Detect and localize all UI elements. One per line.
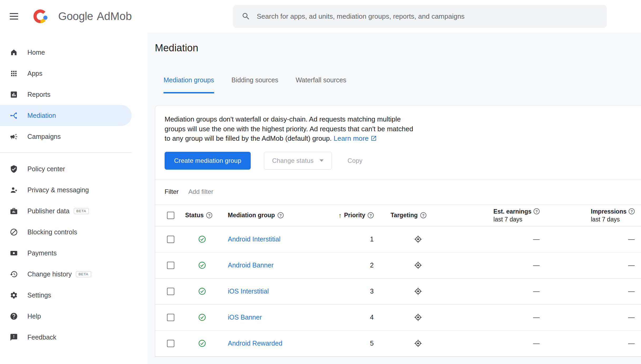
help-icon[interactable]	[534, 208, 540, 214]
priority-value: 4	[370, 314, 374, 321]
status-active-icon	[198, 235, 206, 243]
filter-label: Filter	[165, 188, 179, 195]
column-header-est-earnings: Est. earningslast 7 days	[465, 208, 555, 223]
targeting-icon[interactable]	[414, 313, 422, 322]
sidebar-item-blocking-controls[interactable]: Blocking controls	[0, 221, 132, 242]
sidebar-item-change-history[interactable]: Change history BETA	[0, 264, 132, 285]
help-icon[interactable]	[278, 212, 284, 218]
mediation-group-link[interactable]: Android Banner	[228, 261, 274, 269]
impressions-value: —	[555, 340, 641, 347]
admob-logo-icon	[32, 8, 49, 25]
person-star-icon	[10, 186, 18, 194]
sidebar-item-apps[interactable]: Apps	[0, 63, 132, 84]
change-status-button[interactable]: Change status	[264, 152, 332, 170]
impressions-value: —	[555, 261, 641, 269]
megaphone-icon	[10, 133, 18, 141]
sidebar-item-policy-center[interactable]: Policy center	[0, 158, 132, 179]
earnings-value: —	[465, 287, 555, 295]
table-row: Android Banner 2 — —	[155, 252, 641, 279]
targeting-icon[interactable]	[414, 287, 422, 296]
table-row: Android Interstitial 1 — —	[155, 226, 641, 252]
mediation-group-link[interactable]: iOS Banner	[228, 314, 262, 321]
priority-value: 5	[370, 340, 374, 347]
block-icon	[10, 228, 18, 236]
hamburger-icon	[8, 11, 19, 22]
mediation-group-link[interactable]: iOS Interstitial	[228, 287, 269, 295]
row-checkbox[interactable]	[167, 340, 174, 347]
row-checkbox[interactable]	[167, 314, 174, 321]
mediation-groups-card: Mediation groups don't waterfall or dais…	[155, 105, 641, 357]
column-header-priority[interactable]: ↑Priority	[341, 212, 378, 219]
open-in-new-icon	[371, 135, 377, 141]
targeting-icon[interactable]	[414, 339, 422, 348]
app-shell: Home Apps Reports Mediation Campaigns Po…	[0, 33, 641, 364]
mediation-description: Mediation groups don't waterfall or dais…	[165, 114, 415, 143]
hamburger-menu-button[interactable]	[8, 11, 20, 22]
targeting-icon[interactable]	[414, 235, 422, 244]
status-active-icon	[198, 261, 206, 269]
sidebar-item-campaigns[interactable]: Campaigns	[0, 126, 132, 147]
mediation-fork-icon	[10, 112, 18, 120]
add-filter-button[interactable]: Add filter	[188, 188, 213, 195]
impressions-value: —	[555, 287, 641, 295]
admob-logo[interactable]: Google AdMob	[32, 8, 132, 25]
apps-grid-icon	[10, 69, 18, 78]
help-icon[interactable]	[368, 212, 374, 218]
search-input[interactable]	[257, 12, 598, 21]
row-checkbox[interactable]	[167, 288, 174, 295]
help-icon[interactable]	[206, 212, 212, 218]
row-checkbox[interactable]	[167, 262, 174, 269]
targeting-icon[interactable]	[414, 261, 422, 270]
home-icon	[10, 48, 18, 57]
sidebar-item-mediation[interactable]: Mediation	[0, 105, 132, 126]
beta-badge: BETA	[76, 271, 91, 277]
mediation-group-link[interactable]: Android Interstitial	[228, 235, 280, 243]
earnings-value: —	[465, 340, 555, 347]
impressions-value: —	[555, 235, 641, 243]
status-active-icon	[198, 313, 206, 321]
sidebar-item-help[interactable]: Help	[0, 306, 132, 327]
tab-waterfall-sources[interactable]: Waterfall sources	[296, 76, 346, 93]
sidebar-item-payments[interactable]: Payments	[0, 242, 132, 264]
tab-mediation-groups[interactable]: Mediation groups	[164, 76, 214, 93]
sort-ascending-icon: ↑	[338, 212, 342, 219]
table-row: iOS Banner 4 — —	[155, 305, 641, 331]
help-icon[interactable]	[629, 208, 635, 214]
earnings-value: —	[465, 235, 555, 243]
impressions-value: —	[555, 314, 641, 321]
table-row: iOS Interstitial 3 — —	[155, 279, 641, 305]
search-bar[interactable]	[233, 5, 607, 28]
card-actions: Create mediation group Change status Cop…	[165, 152, 641, 170]
sidebar-item-home[interactable]: Home	[0, 42, 132, 63]
earnings-value: —	[465, 314, 555, 321]
learn-more-link[interactable]: Learn more	[334, 134, 377, 142]
bar-chart-icon	[10, 90, 18, 99]
tab-bidding-sources[interactable]: Bidding sources	[231, 76, 278, 93]
select-all-checkbox[interactable]	[167, 212, 174, 219]
sidebar-item-settings[interactable]: Settings	[0, 285, 132, 306]
brand-google: Google	[58, 10, 93, 23]
sidebar-item-privacy-messaging[interactable]: Privacy & messaging	[0, 179, 132, 200]
column-header-status: Status	[183, 212, 228, 219]
sidebar-item-feedback[interactable]: Feedback	[0, 327, 132, 348]
help-icon[interactable]	[420, 212, 426, 218]
copy-button[interactable]: Copy	[345, 152, 365, 170]
top-bar: Google AdMob	[0, 0, 641, 33]
page-title: Mediation	[155, 42, 641, 54]
status-active-icon	[198, 339, 206, 347]
sidebar: Home Apps Reports Mediation Campaigns Po…	[0, 33, 147, 364]
sidebar-item-reports[interactable]: Reports	[0, 84, 132, 105]
sidebar-divider	[0, 153, 132, 153]
mediation-group-link[interactable]: Android Rewarded	[228, 340, 282, 347]
caret-down-icon	[319, 159, 324, 162]
row-checkbox[interactable]	[167, 236, 174, 243]
history-clock-icon	[10, 270, 18, 278]
table-header-row: Status Mediation group ↑Priority Targeti…	[155, 204, 641, 226]
priority-value: 1	[370, 235, 374, 243]
help-circle-icon	[10, 312, 18, 320]
create-mediation-group-button[interactable]: Create mediation group	[165, 152, 251, 170]
sidebar-item-publisher-data[interactable]: Publisher data BETA	[0, 200, 132, 221]
priority-value: 2	[370, 261, 374, 269]
priority-value: 3	[370, 287, 374, 295]
status-active-icon	[198, 287, 206, 295]
